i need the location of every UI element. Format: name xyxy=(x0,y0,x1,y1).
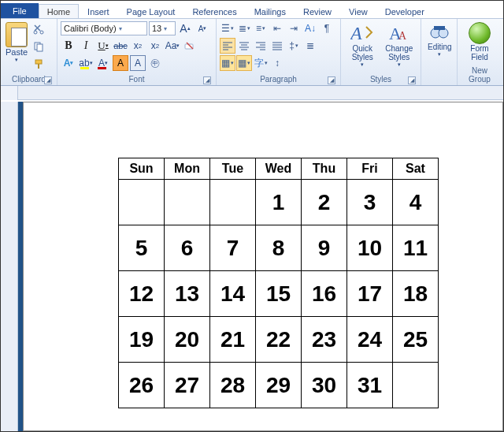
decrease-indent-button[interactable]: ⇤ xyxy=(269,20,285,36)
cut-button[interactable] xyxy=(32,22,46,36)
calendar-cell[interactable]: 24 xyxy=(347,317,393,363)
calendar-cell[interactable]: 30 xyxy=(302,363,347,408)
quick-styles-button[interactable]: A Quick Styles ▾ xyxy=(344,20,381,74)
align-right-icon xyxy=(255,41,266,50)
editing-button[interactable]: Editing ▾ xyxy=(424,20,455,74)
calendar-cell[interactable]: 25 xyxy=(393,317,439,363)
align-left-button[interactable] xyxy=(220,38,235,54)
italic-button[interactable]: I xyxy=(78,38,94,54)
form-field-button[interactable]: Form Field xyxy=(461,20,498,65)
calendar-cell[interactable]: 23 xyxy=(302,317,347,363)
font-size-combo[interactable]: 13 ▾ xyxy=(149,21,176,35)
calendar-cell[interactable]: 14 xyxy=(210,271,256,317)
calendar-cell[interactable]: 10 xyxy=(347,225,393,271)
calendar-cell[interactable]: 9 xyxy=(302,225,347,271)
calendar-cell[interactable]: 1 xyxy=(256,180,302,225)
dialog-launcher-icon[interactable]: ◢ xyxy=(44,76,52,84)
bullets-button[interactable]: ☰▾ xyxy=(220,20,235,36)
shrink-font-button[interactable]: A▾ xyxy=(195,20,210,36)
calendar-cell[interactable]: 8 xyxy=(256,225,302,271)
char-shading-button[interactable]: A xyxy=(113,55,128,71)
calendar-cell[interactable]: 20 xyxy=(165,317,210,363)
group-label-text: New Group xyxy=(469,66,491,84)
format-painter-button[interactable] xyxy=(32,57,46,71)
clear-formatting-button[interactable] xyxy=(182,38,198,54)
shading-button[interactable]: ▦▾ xyxy=(220,55,235,71)
tab-home[interactable]: Home xyxy=(39,4,79,18)
char-border-button[interactable]: A xyxy=(130,55,146,71)
highlight-color-button[interactable]: ab▾ xyxy=(78,55,94,71)
borders-button[interactable]: ▦▾ xyxy=(236,55,252,71)
asian-layout-button[interactable]: 字▾ xyxy=(253,55,269,71)
calendar-cell[interactable] xyxy=(119,180,165,225)
tab-view[interactable]: View xyxy=(340,4,376,18)
multilevel-list-button[interactable]: ≡▾ xyxy=(253,20,269,36)
justify-button[interactable] xyxy=(269,38,285,54)
tab-file[interactable]: File xyxy=(1,3,39,18)
calendar-cell[interactable]: 15 xyxy=(256,271,302,317)
dialog-launcher-icon[interactable]: ◢ xyxy=(203,76,211,84)
numbering-button[interactable]: ≣▾ xyxy=(236,20,252,36)
show-marks-button[interactable]: ¶ xyxy=(319,20,335,36)
change-case-button[interactable]: Aa▾ xyxy=(165,38,180,54)
change-styles-button[interactable]: AA Change Styles ▾ xyxy=(381,20,418,74)
calendar-table[interactable]: Sun Mon Tue Wed Thu Fri Sat 123456789101… xyxy=(118,158,439,408)
calendar-cell[interactable]: 4 xyxy=(393,180,439,225)
paste-button[interactable]: Paste ▾ xyxy=(4,20,29,63)
document-page[interactable]: Sun Mon Tue Wed Thu Fri Sat 123456789101… xyxy=(23,102,503,431)
strikethrough-button[interactable]: abc xyxy=(113,38,128,54)
calendar-cell[interactable]: 17 xyxy=(347,271,393,317)
tab-references[interactable]: References xyxy=(183,4,245,18)
calendar-cell[interactable]: 6 xyxy=(165,225,210,271)
tab-developer[interactable]: Developer xyxy=(376,4,433,18)
sort-button[interactable]: A↓ xyxy=(302,20,318,36)
align-left-icon xyxy=(222,41,233,50)
calendar-cell[interactable]: 12 xyxy=(119,271,165,317)
grow-font-button[interactable]: A▴ xyxy=(177,20,193,36)
chevron-down-icon[interactable]: ▾ xyxy=(164,25,167,32)
underline-button[interactable]: U ▾ xyxy=(95,38,111,54)
calendar-cell[interactable]: 28 xyxy=(210,363,256,408)
dialog-launcher-icon[interactable]: ◢ xyxy=(408,76,416,84)
font-name-combo[interactable]: Calibri (Body) ▾ xyxy=(61,21,147,35)
text-effects-button[interactable]: A▾ xyxy=(61,55,76,71)
calendar-cell[interactable]: 16 xyxy=(302,271,347,317)
superscript-button[interactable]: x2 xyxy=(147,38,163,54)
svg-rect-5 xyxy=(38,64,39,69)
tab-page-layout[interactable]: Page Layout xyxy=(118,4,184,18)
increase-indent-button[interactable]: ⇥ xyxy=(286,20,302,36)
calendar-cell[interactable]: 7 xyxy=(210,225,256,271)
bold-button[interactable]: B xyxy=(61,38,76,54)
tab-mailings[interactable]: Mailings xyxy=(246,4,295,18)
line-spacing-button[interactable]: ‡▾ xyxy=(286,38,302,54)
calendar-cell[interactable]: 19 xyxy=(119,317,165,363)
align-right-button[interactable] xyxy=(253,38,269,54)
calendar-cell[interactable] xyxy=(165,180,210,225)
subscript-button[interactable]: x2 xyxy=(130,38,146,54)
copy-button[interactable] xyxy=(32,39,46,54)
calendar-cell[interactable]: 18 xyxy=(393,271,439,317)
calendar-cell[interactable]: 3 xyxy=(347,180,393,225)
calendar-cell[interactable]: 29 xyxy=(256,363,302,408)
calendar-cell[interactable]: 5 xyxy=(119,225,165,271)
calendar-cell[interactable]: 13 xyxy=(165,271,210,317)
calendar-cell[interactable]: 2 xyxy=(302,180,347,225)
calendar-cell[interactable]: 11 xyxy=(393,225,439,271)
font-color-button[interactable]: A▾ xyxy=(95,55,111,71)
align-center-button[interactable] xyxy=(236,38,252,54)
calendar-cell[interactable]: 21 xyxy=(210,317,256,363)
tab-review[interactable]: Review xyxy=(295,4,340,18)
tab-insert[interactable]: Insert xyxy=(79,4,118,18)
calendar-cell[interactable]: 31 xyxy=(347,363,393,408)
chevron-down-icon[interactable]: ▾ xyxy=(119,25,122,32)
calendar-cell[interactable] xyxy=(210,180,256,225)
sort-desc-button[interactable]: ↕ xyxy=(269,55,285,71)
dialog-launcher-icon[interactable]: ◢ xyxy=(328,76,335,84)
calendar-cell[interactable]: 22 xyxy=(256,317,302,363)
calendar-cell[interactable]: 26 xyxy=(119,363,165,408)
calendar-cell[interactable]: 27 xyxy=(165,363,210,408)
distributed-button[interactable]: ≣ xyxy=(302,38,318,54)
calendar-cell[interactable] xyxy=(393,363,439,408)
multilevel-icon: ≡ xyxy=(256,23,261,34)
enclose-chars-button[interactable]: ㊥ xyxy=(147,55,163,71)
